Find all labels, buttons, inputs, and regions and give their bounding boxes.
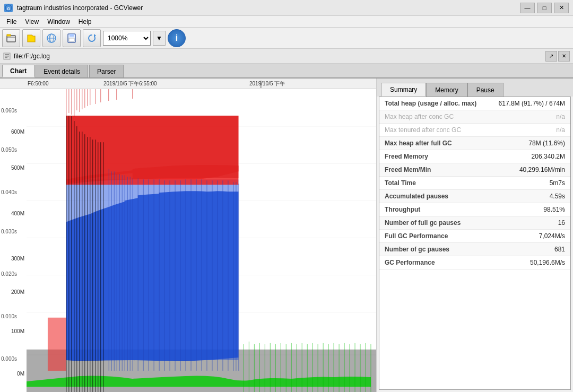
info-button[interactable]: i <box>168 29 186 47</box>
refresh-button[interactable] <box>83 29 101 47</box>
svg-rect-47 <box>125 175 125 371</box>
svg-rect-54 <box>154 179 154 371</box>
svg-rect-70 <box>236 182 236 371</box>
svg-rect-58 <box>175 180 176 371</box>
stat-value: 4.59s <box>484 190 570 203</box>
table-row: Freed Memory206,340.2M <box>379 150 570 163</box>
menu-help[interactable]: Help <box>74 17 96 27</box>
table-row: Number of gc pauses681 <box>379 243 570 256</box>
svg-rect-49 <box>130 177 131 371</box>
maximize-button[interactable]: □ <box>537 3 552 13</box>
panel-tab-memory[interactable]: Memory <box>426 83 467 97</box>
save-button[interactable] <box>63 29 81 47</box>
svg-rect-69 <box>233 182 233 371</box>
svg-rect-64 <box>206 180 207 371</box>
title-bar-left: G tagtraum industries incorporated - GCV… <box>4 4 143 12</box>
svg-rect-3 <box>7 34 11 36</box>
stat-label: Max heap after conc GC <box>379 110 484 124</box>
svg-rect-23 <box>66 179 239 360</box>
table-row: Max heap after conc GCn/a <box>379 110 570 124</box>
svg-rect-62 <box>196 179 197 371</box>
tab-event-details[interactable]: Event details <box>36 65 88 77</box>
stat-value: 7,024M/s <box>484 230 570 243</box>
right-panel: Summary Memory Pause Total heap (usage /… <box>377 79 573 392</box>
y-time-6: 0.000s <box>1 355 17 361</box>
menu-file[interactable]: File <box>2 17 21 27</box>
chart-canvas[interactable] <box>27 89 376 392</box>
svg-rect-2 <box>7 36 15 42</box>
stat-value: 681 <box>484 243 570 256</box>
table-row: Max heap after full GC78M (11.6%) <box>379 137 570 150</box>
timeline-label-0: F6:50:00 <box>28 81 48 86</box>
svg-rect-41 <box>109 169 109 371</box>
table-row: Number of full gc pauses16 <box>379 216 570 230</box>
stat-label: Accumulated pauses <box>379 190 484 203</box>
svg-text:G: G <box>7 6 10 11</box>
y-mem-6: 0M <box>17 371 24 377</box>
stat-value: 5m7s <box>484 177 570 190</box>
stat-value: 78M (11.6%) <box>484 137 570 150</box>
svg-rect-13 <box>5 57 7 58</box>
stat-value: 98.51% <box>484 203 570 216</box>
stat-label: Freed Memory <box>379 150 484 163</box>
svg-rect-67 <box>222 180 223 371</box>
tab-chart[interactable]: Chart <box>2 65 34 77</box>
y-time-2: 0.040s <box>1 189 17 195</box>
zoom-select[interactable]: 1000% 100% 200% 500% 2000% <box>103 31 151 46</box>
stat-label: GC Performance <box>379 256 484 269</box>
svg-rect-61 <box>191 179 192 371</box>
y-time-3: 0.030s <box>1 228 17 234</box>
svg-rect-56 <box>164 180 165 371</box>
stat-value: 206,340.2M <box>484 150 570 163</box>
open-file-button[interactable] <box>22 29 40 47</box>
panel-content: Total heap (usage / alloc. max)617.8M (9… <box>379 97 571 390</box>
tab-parser[interactable]: Parser <box>89 65 124 77</box>
svg-rect-55 <box>159 179 160 371</box>
y-mem-3: 300M <box>11 256 24 262</box>
table-row: GC Performance50,196.6M/s <box>379 256 570 269</box>
minimize-button[interactable]: — <box>520 3 535 13</box>
svg-rect-45 <box>119 174 120 371</box>
table-row: Throughput98.51% <box>379 203 570 216</box>
open-button[interactable] <box>2 29 20 47</box>
stat-label: Max tenured after conc GC <box>379 124 484 137</box>
y-mem-0: 600M <box>11 128 24 134</box>
stat-value: 16 <box>484 216 570 230</box>
file-close-button[interactable]: ✕ <box>558 51 570 62</box>
file-panel-controls: ↗ ✕ <box>545 51 570 62</box>
svg-rect-65 <box>212 180 212 371</box>
chart-timeline: F6:50:00 2019/10/5 下午6:55:00 2019/10/5 下… <box>0 79 376 89</box>
stat-label: Number of full gc pauses <box>379 216 484 230</box>
y-time-5: 0.010s <box>1 313 17 319</box>
svg-rect-46 <box>122 175 123 371</box>
svg-rect-44 <box>117 174 117 371</box>
zoom-dropdown-button[interactable]: ▼ <box>153 31 166 46</box>
y-mem-5: 100M <box>11 328 24 334</box>
chart-area: F6:50:00 2019/10/5 下午6:55:00 2019/10/5 下… <box>0 79 377 392</box>
svg-rect-42 <box>111 171 112 371</box>
menu-view[interactable]: View <box>21 17 43 27</box>
menu-bar: File View Window Help <box>0 16 573 28</box>
window-controls: — □ ✕ <box>520 3 569 13</box>
close-button[interactable]: ✕ <box>554 3 569 13</box>
menu-window[interactable]: Window <box>43 17 74 27</box>
globe-button[interactable] <box>42 29 60 47</box>
title-bar: G tagtraum industries incorporated - GCV… <box>0 0 573 16</box>
float-button[interactable]: ↗ <box>545 51 557 62</box>
y-mem-2: 400M <box>11 210 24 216</box>
y-axis: 0.060s 0.050s 0.040s 0.030s 0.020s 0.010… <box>0 89 27 392</box>
panel-tab-pause[interactable]: Pause <box>467 83 503 97</box>
y-mem-1: 500M <box>11 165 24 171</box>
svg-rect-50 <box>133 178 133 371</box>
svg-rect-51 <box>138 178 138 371</box>
y-mem-4: 200M <box>11 289 24 295</box>
table-row: Freed Mem/Min40,299.16M/min <box>379 163 570 177</box>
svg-rect-68 <box>228 180 228 371</box>
stat-label: Throughput <box>379 203 484 216</box>
toolbar: 1000% 100% 200% 500% 2000% ▼ i <box>0 28 573 49</box>
chart-svg <box>27 89 376 392</box>
panel-tab-summary[interactable]: Summary <box>381 83 426 97</box>
timeline-label-1: 2019/10/5 下午6:55:00 <box>103 80 157 88</box>
svg-rect-63 <box>202 179 202 371</box>
svg-rect-12 <box>5 56 9 57</box>
